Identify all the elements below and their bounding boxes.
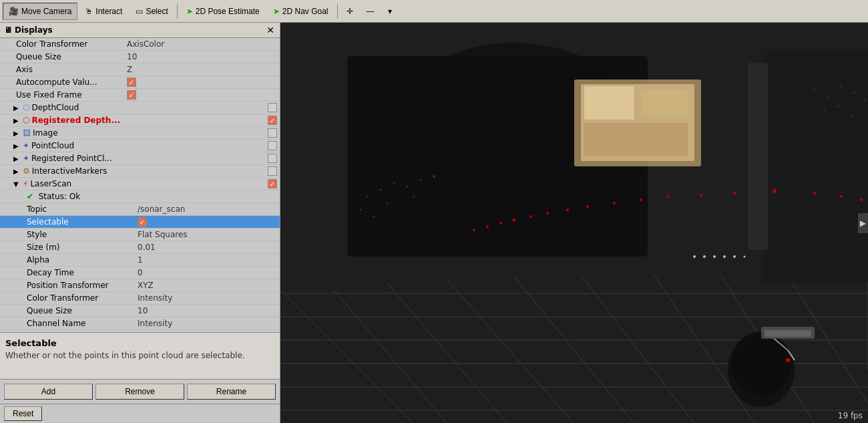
panel-title: 🖥 Displays bbox=[4, 25, 53, 35]
svg-rect-25 bbox=[748, 63, 768, 250]
viewport[interactable]: 19 fps ▶ bbox=[280, 23, 868, 423]
interact-label: Interact bbox=[95, 7, 122, 16]
pointcloud-checkbox[interactable] bbox=[268, 141, 277, 150]
tree-container: Color Transformer AxisColor Queue Size 1… bbox=[0, 38, 280, 332]
minus-icon: — bbox=[367, 7, 375, 16]
svg-point-43 bbox=[693, 255, 696, 258]
svg-point-68 bbox=[840, 85, 843, 88]
selectable-checkbox[interactable]: ✓ bbox=[138, 217, 147, 227]
reg-pointcloud-checkbox[interactable] bbox=[268, 154, 277, 163]
add-crosshair-button[interactable]: ✛ bbox=[341, 3, 359, 20]
info-panel: Selectable Whether or not the points in … bbox=[0, 332, 280, 379]
svg-point-45 bbox=[713, 255, 716, 258]
select-button[interactable]: ▭ Select bbox=[130, 3, 174, 20]
reg-pointcloud-label: Registered PointCl... bbox=[31, 154, 268, 163]
interactive-markers-expand[interactable]: ▶ bbox=[13, 168, 23, 175]
interactive-markers-icon: ⚙ bbox=[23, 166, 30, 176]
depthcloud-expand[interactable]: ▶ bbox=[13, 104, 23, 112]
svg-point-47 bbox=[733, 255, 736, 258]
laserscan-checkbox[interactable]: ✓ bbox=[268, 179, 277, 188]
prop-alpha: Alpha 1 bbox=[0, 254, 280, 267]
svg-point-50 bbox=[731, 331, 791, 396]
depthcloud-checkbox[interactable] bbox=[268, 103, 277, 112]
image-item[interactable]: ▶ 🖼 Image bbox=[0, 127, 280, 140]
image-icon: 🖼 bbox=[23, 128, 31, 138]
svg-point-41 bbox=[840, 195, 843, 198]
svg-point-44 bbox=[703, 255, 706, 258]
laserscan-item[interactable]: ▼ ⚡ LaserScan ✓ bbox=[0, 178, 280, 190]
svg-point-60 bbox=[387, 202, 389, 204]
prop-channel-name: Channel Name Intensity bbox=[0, 317, 280, 330]
svg-point-31 bbox=[546, 212, 549, 215]
pointcloud-expand[interactable]: ▶ bbox=[13, 142, 23, 150]
registered-depth-label: Registered Depth... bbox=[31, 116, 268, 125]
move-camera-button[interactable]: 🎥 Move Camera bbox=[3, 3, 77, 20]
dropdown-button[interactable]: ▾ bbox=[382, 3, 398, 20]
reg-pointcloud-icon: ✦ bbox=[23, 154, 29, 163]
left-panel: 🖥 Displays ✕ Color Transformer AxisColor… bbox=[0, 23, 280, 423]
prop-selectable[interactable]: Selectable ✓ bbox=[0, 216, 280, 229]
svg-point-71 bbox=[837, 105, 839, 108]
interactive-markers-item[interactable]: ▶ ⚙ InteractiveMarkers bbox=[0, 165, 280, 178]
close-button[interactable]: ✕ bbox=[265, 25, 276, 35]
prop-style: Style Flat Squares bbox=[0, 229, 280, 241]
svg-point-28 bbox=[499, 222, 502, 225]
svg-rect-65 bbox=[765, 330, 811, 337]
prop-autocompute: Autocompute Valu... ✓ bbox=[0, 76, 280, 89]
tree-scroll[interactable]: Color Transformer AxisColor Queue Size 1… bbox=[0, 38, 280, 332]
reset-button[interactable]: Reset bbox=[4, 406, 42, 421]
svg-point-53 bbox=[786, 358, 790, 362]
move-camera-label: Move Camera bbox=[21, 7, 71, 16]
svg-point-70 bbox=[823, 108, 826, 111]
info-title: Selectable bbox=[5, 338, 274, 348]
svg-point-29 bbox=[513, 219, 516, 222]
svg-point-55 bbox=[393, 182, 395, 184]
svg-rect-23 bbox=[584, 123, 688, 156]
registered-depth-expand[interactable]: ▶ bbox=[13, 117, 23, 124]
remove-button[interactable]: Remove bbox=[95, 384, 184, 400]
image-checkbox[interactable] bbox=[268, 128, 277, 138]
minus-button[interactable]: — bbox=[361, 3, 381, 20]
registered-pointcloud-item[interactable]: ▶ ✦ Registered PointCl... bbox=[0, 152, 280, 165]
svg-point-37 bbox=[700, 194, 702, 196]
interact-button[interactable]: 🖱 Interact bbox=[79, 3, 128, 20]
prop-position-transformer: Position Transformer XYZ bbox=[0, 279, 280, 292]
select-icon: ▭ bbox=[136, 7, 143, 16]
pose-estimate-label: 2D Pose Estimate bbox=[196, 7, 260, 16]
autocompute-checkbox[interactable]: ✓ bbox=[127, 78, 136, 87]
svg-point-30 bbox=[529, 215, 532, 218]
pose-estimate-button[interactable]: ➤ 2D Pose Estimate bbox=[180, 3, 266, 20]
displays-title: Displays bbox=[15, 25, 53, 35]
rename-button[interactable]: Rename bbox=[187, 384, 276, 400]
reg-pointcloud-expand[interactable]: ▶ bbox=[13, 155, 23, 162]
separator-2 bbox=[337, 4, 338, 19]
separator-1 bbox=[177, 4, 178, 19]
image-expand[interactable]: ▶ bbox=[13, 130, 23, 137]
registered-depth-checkbox[interactable]: ✓ bbox=[268, 116, 277, 125]
svg-point-46 bbox=[723, 255, 726, 258]
svg-point-54 bbox=[380, 189, 382, 191]
svg-point-34 bbox=[613, 202, 616, 204]
registered-depth-item[interactable]: ▶ ⬡ Registered Depth... ✓ bbox=[0, 114, 280, 127]
prop-fixed-frame: Use Fixed Frame ✓ bbox=[0, 89, 280, 102]
viewport-right-arrow[interactable]: ▶ bbox=[858, 213, 868, 233]
fixed-frame-checkbox[interactable]: ✓ bbox=[127, 90, 136, 100]
depthcloud-label: DepthCloud bbox=[31, 103, 268, 112]
move-camera-icon: 🎥 bbox=[9, 7, 19, 16]
laserscan-status: ✔ Status: Ok bbox=[0, 190, 280, 203]
nav-goal-button[interactable]: ➤ 2D Nav Goal bbox=[267, 3, 335, 20]
svg-point-35 bbox=[640, 198, 642, 201]
registered-depth-icon: ⬡ bbox=[23, 116, 29, 125]
svg-point-39 bbox=[773, 189, 777, 193]
displays-icon: 🖥 bbox=[4, 25, 12, 35]
laserscan-expand[interactable]: ▼ bbox=[13, 180, 23, 188]
main-area: 🖥 Displays ✕ Color Transformer AxisColor… bbox=[0, 23, 868, 423]
pointcloud-item[interactable]: ▶ ✦ PointCloud bbox=[0, 140, 280, 152]
svg-point-26 bbox=[473, 229, 475, 231]
prop-queue-size: Queue Size 10 bbox=[0, 51, 280, 63]
add-button[interactable]: Add bbox=[4, 384, 93, 400]
nav-goal-label: 2D Nav Goal bbox=[282, 7, 329, 16]
depthcloud-item[interactable]: ▶ ⬡ DepthCloud bbox=[0, 102, 280, 114]
interactive-markers-checkbox[interactable] bbox=[268, 166, 277, 176]
prop-color-transformer2: Color Transformer Intensity bbox=[0, 292, 280, 305]
